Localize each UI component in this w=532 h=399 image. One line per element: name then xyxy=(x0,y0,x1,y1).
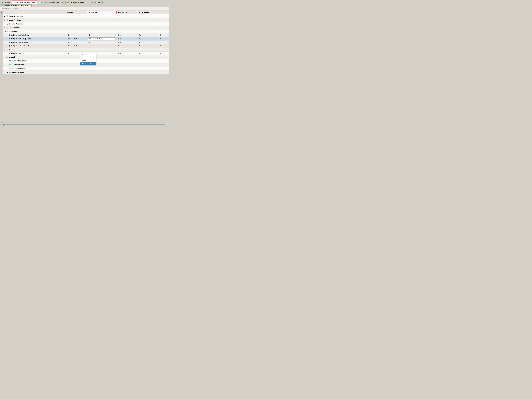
tab-cte-label: CTE - Classification Tree Editor xyxy=(41,1,63,3)
a-cell xyxy=(158,59,169,63)
table-row[interactable]: ▶ 🔒 External Variables xyxy=(3,22,169,26)
scroll-up-button[interactable]: ▲ xyxy=(0,11,3,13)
table-row-param4[interactable]: ▶ unsigned short * RxLength IRRELEVANT N… xyxy=(3,44,169,48)
dropdown-option-in[interactable]: IN xyxy=(80,53,96,56)
expand-icon[interactable]: ▶ xyxy=(7,60,8,62)
blue-dot-icon xyxy=(9,53,10,54)
table-area: Passing Target Passing Data Format Use I… xyxy=(3,11,169,124)
bottom-scroll-right[interactable]: ▶ xyxy=(166,124,168,126)
table-row-param3[interactable]: ▶ unsigned char * RxData IN IN None Yes … xyxy=(3,40,169,44)
filter-bar: Filter interface elements xyxy=(0,7,169,11)
data-format-cell xyxy=(116,22,137,26)
table-row-param1[interactable]: ▶ unsigned char * diagData IN IN None Ye… xyxy=(3,33,169,37)
a-cell xyxy=(158,14,169,18)
passing-cell xyxy=(66,48,87,51)
table-row[interactable]: ▶ 🌐 External Functions xyxy=(3,14,169,18)
target-passing-cell xyxy=(87,18,116,22)
expand-icon[interactable]: ▶ xyxy=(7,72,8,73)
bottom-scroll-left[interactable]: ◀ xyxy=(0,124,3,126)
expand-icon[interactable]: ▼ xyxy=(4,56,6,58)
expand-icon[interactable]: ▶ xyxy=(4,19,6,21)
expand-icon[interactable]: ▶ xyxy=(4,23,6,25)
a-cell: N xyxy=(158,37,169,40)
a-cell: Y xyxy=(158,40,169,44)
globe-icon: 🌐 xyxy=(6,27,8,29)
row-name-unused: ▼ {()} Unused xyxy=(3,55,66,59)
table-row-parameter[interactable]: ▼ ⊞ Parameter xyxy=(3,30,169,33)
target-passing-cell xyxy=(87,14,116,18)
target-passing-cell xyxy=(87,44,116,48)
use-in-report-cell xyxy=(137,18,158,22)
target-passing-dropdown-popup: IN OUT INOUT IRRELEVANT xyxy=(80,53,96,65)
node-label: External Variables xyxy=(12,68,25,70)
a-cell: N xyxy=(158,33,169,37)
tde-icon: 🌿 xyxy=(67,1,69,3)
node-label: External Variables xyxy=(9,23,23,25)
table-row-param2[interactable]: ▶ unsigned short * diagLength IRRELEVANT… xyxy=(3,37,169,40)
subtab-interface[interactable]: 🔧 Interface of 'MutiMcu_Callback1101' xyxy=(0,4,32,7)
node-label: External Functions xyxy=(9,15,23,17)
row-name-unused-ext-var: ▶ 🔒 External Variables xyxy=(3,67,66,70)
tab-cte[interactable]: 📊 CTE - Classification Tree Editor xyxy=(37,1,65,4)
scroll-down-button[interactable]: ▼ xyxy=(0,121,3,123)
node-label: unsigned char * diagData xyxy=(11,34,29,36)
row-name-ext-var: ▶ 🔒 External Variables xyxy=(3,22,66,26)
dropdown-option-inout[interactable]: INOUT xyxy=(80,59,96,62)
use-in-report-cell xyxy=(137,63,158,67)
data-format-cell xyxy=(116,59,137,63)
a-cell xyxy=(158,48,169,51)
blue-dot-icon xyxy=(9,45,10,47)
expand-icon[interactable]: ▼ xyxy=(4,49,6,50)
data-format-cell xyxy=(116,18,137,22)
data-format-cell: None xyxy=(116,33,137,37)
use-in-report-cell xyxy=(137,22,158,26)
tab-overview[interactable]: Overview xyxy=(0,1,12,4)
globe-icon: 🌐 xyxy=(9,60,11,62)
row-name-return: ▼ ↩ Return xyxy=(3,48,66,51)
filter-label: Filter interface elements xyxy=(1,8,18,10)
passing-cell: IRRELEVANT xyxy=(66,37,87,40)
node-label: Unused xyxy=(9,56,15,58)
globe-icon: 🌐 xyxy=(6,15,8,17)
row-name-local-func: ▶ 🌐 Local Functions xyxy=(3,18,66,22)
table-row[interactable]: ▶ 🌐 Local Functions xyxy=(3,18,169,22)
table-row-unused-glob-var[interactable]: ▶ 🌐 Global Variables xyxy=(3,70,169,74)
dropdown-option-out[interactable]: OUT xyxy=(80,56,96,59)
main-content: ▲ ▼ Passing Target Passing Data Format U… xyxy=(0,11,169,124)
bottom-bar: ◀ ▶ xyxy=(0,124,169,126)
use-in-report-cell xyxy=(137,70,158,74)
node-label: Global Variables xyxy=(9,27,21,29)
table-row-unused-ext-var[interactable]: ▶ 🔒 External Variables xyxy=(3,67,169,70)
subtab-label: Interface of 'MutiMcu_Callback1101' xyxy=(4,5,30,7)
use-in-report-cell xyxy=(137,67,158,70)
target-passing-cell: IN xyxy=(87,40,116,44)
node-label: Return xyxy=(9,49,14,51)
use-in-report-cell xyxy=(137,26,158,30)
expand-icon[interactable]: ▼ xyxy=(5,31,6,32)
expand-icon[interactable]: ▶ xyxy=(4,15,6,17)
data-format-cell xyxy=(116,14,137,18)
tab-sce[interactable]: 📋 SCE - Scenar xyxy=(87,1,102,4)
cte-icon: 📊 xyxy=(39,1,41,3)
row-name-param1: ▶ unsigned char * diagData xyxy=(3,33,66,37)
blue-dot-icon xyxy=(9,42,10,43)
table-row-return[interactable]: ▼ ↩ Return xyxy=(3,48,169,51)
target-passing-dropdown-cell[interactable]: IRRELEVANT ▼ xyxy=(87,37,116,40)
a-cell xyxy=(158,18,169,22)
tab-tde[interactable]: 🌿 TDE - Test Data Editor xyxy=(65,1,87,4)
target-passing-cell xyxy=(87,70,116,74)
target-passing-dropdown[interactable]: IRRELEVANT ▼ xyxy=(88,38,115,40)
row-name-parameter: ▼ ⊞ Parameter xyxy=(3,30,66,33)
tab-tie-label: TIE - Test Interface Editor xyxy=(16,1,35,3)
row-name-return1: ▶ unsigned char xyxy=(3,51,66,55)
expand-icon[interactable]: ▶ xyxy=(4,27,6,28)
passing-cell: IN xyxy=(66,33,87,37)
tab-tie[interactable]: 🔧 TIE - Test Interface Editor xyxy=(12,0,37,4)
use-in-report-cell xyxy=(137,59,158,63)
left-scroll-panel: ▲ ▼ xyxy=(0,11,3,124)
dropdown-option-irrelevant[interactable]: IRRELEVANT xyxy=(80,62,96,65)
node-label: unsigned short * diagLength xyxy=(11,38,31,40)
expand-icon[interactable]: ▶ xyxy=(7,64,8,65)
table-row[interactable]: ▶ 🌐 Global Variables xyxy=(3,26,169,30)
col-target-passing: Target Passing xyxy=(87,11,116,14)
